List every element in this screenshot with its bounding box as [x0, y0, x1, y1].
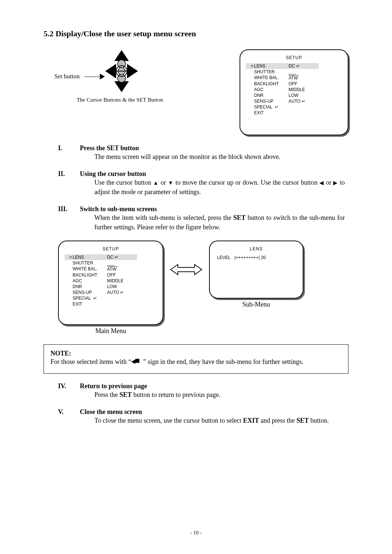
cursor-buttons-icon: [94, 49, 149, 93]
step-body: Use the cursor button ▲ or ▼ to move the…: [94, 178, 345, 197]
menu-row: SENS-UPAUTO ↵: [246, 98, 340, 104]
setup-menu-box-top: SETUP >LENSDC ↵ SHUTTER___ WHITE BAL.ATW…: [240, 49, 348, 135]
note-box: NOTE: For those selected items with “ ” …: [44, 344, 348, 373]
step-body: The menu screen will appear on the monit…: [94, 152, 345, 161]
level-label: LEVEL: [217, 255, 234, 260]
svg-marker-0: [114, 50, 129, 61]
step-roman: V.: [58, 408, 80, 416]
step-roman: IV.: [58, 382, 80, 390]
menu-row: BACKLIGHTOFF: [246, 81, 340, 87]
menu-row: WHITE BAL.ATW: [246, 75, 340, 81]
step-roman: II.: [58, 170, 80, 178]
menu-row: AGCMIDDLE: [246, 87, 340, 93]
svg-marker-5: [127, 64, 138, 78]
up-arrow-icon: ▲: [153, 180, 159, 186]
svg-marker-2: [114, 81, 129, 92]
svg-marker-11: [131, 360, 135, 364]
menu-row: BACKLIGHTOFF: [65, 272, 155, 278]
set-button-label: Set button: [54, 73, 79, 80]
step-title: Switch to sub-menu screens: [80, 205, 157, 213]
step-body: To close the menu screen, use the cursor…: [94, 416, 345, 425]
menu-row: DNRLOW: [246, 93, 340, 98]
menu-row: >LENSDC ↵: [65, 254, 137, 260]
main-menu-caption: Main Menu: [58, 327, 163, 335]
menu-row: SPECIAL ↵: [246, 104, 340, 110]
menu-row: SENS-UPAUTO ↵: [65, 290, 155, 295]
note-title: NOTE:: [50, 350, 342, 357]
level-bar: |+++++++++| 20: [234, 255, 266, 260]
step-roman: I.: [58, 144, 80, 152]
menu-row: WHITE BAL.ATW: [65, 266, 155, 272]
menu-row: SHUTTER___: [65, 260, 155, 266]
setup-menu-title: SETUP: [59, 246, 163, 251]
cursor-figure-caption: The Cursor Buttons & the SET Button: [58, 97, 181, 103]
step-body: Press the SET button to return to previo…: [94, 390, 345, 399]
menu-row: SPECIAL ↵: [65, 295, 155, 301]
cursor-button-figure: Set button The Cursor Buttons & the SET: [44, 49, 181, 111]
menu-row: SHUTTER___: [246, 69, 340, 75]
menu-row: EXIT: [246, 110, 340, 116]
sub-menu-caption: Sub-Menu: [209, 301, 303, 308]
sub-menu-title: LENS: [210, 246, 303, 251]
menu-row: >LENSDC ↵: [246, 63, 319, 69]
menu-row: AGCMIDDLE: [65, 278, 155, 284]
step-body: When the item with sub-menu is selected,…: [94, 213, 345, 232]
step-title: Press the SET button: [80, 144, 139, 152]
set-button-pointer-head: [100, 74, 105, 79]
main-menu-figure: SETUP >LENSDC ↵ SHUTTER___ WHITE BAL.ATW…: [58, 241, 163, 335]
sub-menu-figure: LENS LEVEL |+++++++++| 20 Sub-Menu: [209, 241, 303, 308]
page-number: - 10 -: [44, 530, 348, 536]
right-arrow-icon: ▶: [333, 180, 338, 186]
step-title: Return to previous page: [80, 382, 147, 390]
section-title: 5.2 Display/Close the user setup menu sc…: [44, 29, 348, 38]
svg-marker-9: [171, 264, 202, 275]
menu-row: DNRLOW: [65, 284, 155, 290]
step-title: Using the cursor button: [80, 170, 146, 178]
svg-rect-10: [135, 359, 139, 363]
down-arrow-icon: ▼: [168, 180, 174, 186]
setup-menu-title: SETUP: [240, 55, 348, 60]
step-roman: III.: [58, 205, 80, 213]
svg-marker-4: [105, 64, 116, 78]
enter-sign-icon: [131, 359, 140, 365]
menu-row: EXIT: [65, 301, 155, 307]
step-title: Close the menu screen: [80, 408, 142, 416]
left-arrow-icon: ◀: [319, 180, 324, 186]
bidirectional-arrow-icon: [170, 262, 203, 277]
